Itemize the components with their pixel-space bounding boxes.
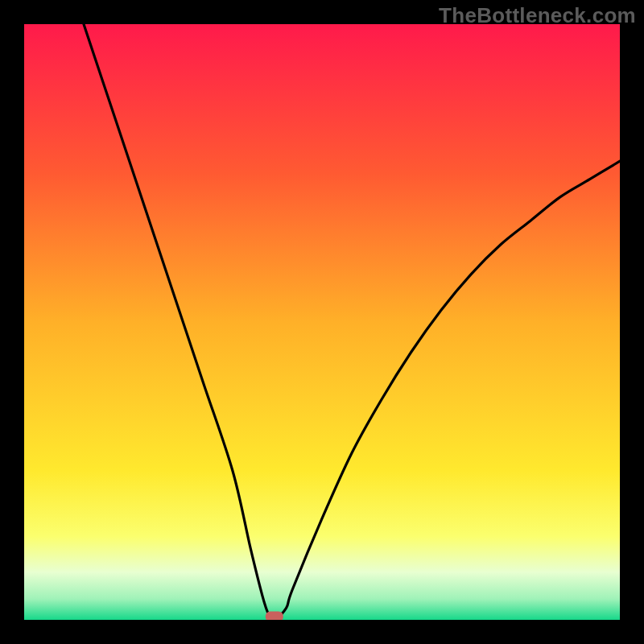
chart-svg <box>24 24 620 620</box>
minimum-marker <box>266 612 283 621</box>
plot-area <box>24 24 620 620</box>
chart-frame: TheBottleneck.com <box>0 0 644 644</box>
